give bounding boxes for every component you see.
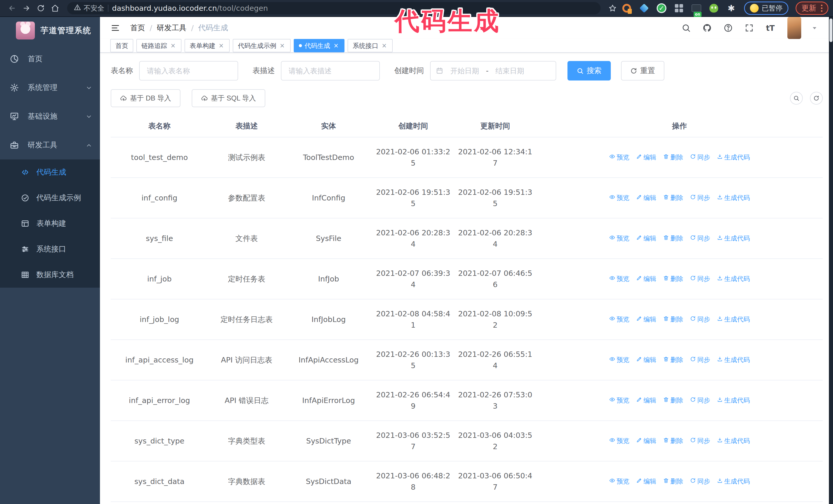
close-icon[interactable]: ×	[333, 42, 339, 49]
sidebar-subitem[interactable]: 表单构建	[0, 211, 100, 236]
import-sql-button[interactable]: 基于 SQL 导入	[192, 89, 265, 107]
action-edit[interactable]: 编辑	[636, 273, 657, 285]
sidebar-subitem[interactable]: 代码生成示例	[0, 185, 100, 211]
table-row[interactable]: inf_config参数配置表InfConfig2021-02-06 19:51…	[111, 178, 823, 218]
action-eye[interactable]: 预览	[609, 476, 629, 487]
sidebar-subitem[interactable]: 代码生成	[0, 160, 100, 185]
action-delete[interactable]: 删除	[663, 314, 683, 325]
action-delete[interactable]: 删除	[663, 233, 683, 244]
table-row[interactable]: inf_api_error_logAPI 错误日志InfApiErrorLog2…	[111, 380, 823, 421]
table-row[interactable]: sys_file文件表SysFile2021-02-06 20:28:34202…	[111, 218, 823, 259]
github-icon[interactable]	[702, 23, 713, 33]
action-sync[interactable]: 同步	[690, 273, 710, 285]
table-row[interactable]: inf_file文件表InfFile2021-03-13 09:43:20202…	[111, 502, 823, 504]
action-download[interactable]: 生成代码	[717, 152, 750, 163]
action-edit[interactable]: 编辑	[636, 152, 657, 163]
sidebar-item[interactable]: 首页	[0, 45, 100, 73]
close-icon[interactable]: ×	[381, 42, 387, 49]
breadcrumb-item[interactable]: 研发工具	[157, 23, 187, 33]
reload-icon[interactable]	[35, 2, 47, 14]
extension-icon[interactable]: on	[691, 3, 702, 14]
action-download[interactable]: 生成代码	[717, 395, 750, 406]
search-icon[interactable]	[681, 23, 691, 33]
table-row[interactable]: inf_job定时任务表InfJob2021-02-07 06:39:34202…	[111, 259, 823, 299]
table-row[interactable]: sys_dict_data字典数据表SysDictData2021-03-06 …	[111, 461, 823, 502]
tab[interactable]: 链路追踪×	[136, 39, 182, 52]
hamburger-icon[interactable]	[110, 22, 121, 33]
tab[interactable]: 表单构建×	[185, 39, 230, 52]
action-download[interactable]: 生成代码	[717, 435, 750, 447]
action-delete[interactable]: 删除	[663, 273, 683, 285]
action-edit[interactable]: 编辑	[636, 476, 657, 487]
sidebar-item[interactable]: 基础设施	[0, 102, 100, 131]
table-row[interactable]: sys_dict_type字典类型表SysDictType2021-03-06 …	[111, 421, 823, 461]
puzzle-extension-icon[interactable]: ✱	[725, 3, 737, 14]
action-eye[interactable]: 预览	[609, 152, 629, 163]
close-icon[interactable]: ×	[279, 42, 286, 49]
sidebar-item[interactable]: 研发工具	[0, 131, 100, 160]
back-icon[interactable]	[6, 2, 18, 14]
app-logo[interactable]: 芋道管理系统	[0, 17, 100, 44]
table-row[interactable]: inf_api_access_logAPI 访问日志表InfApiAccessL…	[111, 340, 823, 380]
action-delete[interactable]: 删除	[663, 354, 683, 365]
action-eye[interactable]: 预览	[609, 395, 629, 406]
sidebar-subitem[interactable]: 数据库文档	[0, 262, 100, 288]
extension-icon[interactable]	[708, 3, 719, 14]
action-sync[interactable]: 同步	[690, 314, 710, 325]
avatar[interactable]	[787, 17, 801, 39]
search-button[interactable]: 搜索	[568, 61, 611, 80]
extension-icon[interactable]	[621, 3, 632, 14]
action-download[interactable]: 生成代码	[717, 476, 750, 487]
action-delete[interactable]: 删除	[663, 192, 683, 203]
table-row[interactable]: tool_test_demo测试示例表ToolTestDemo2021-02-0…	[111, 137, 823, 178]
action-download[interactable]: 生成代码	[717, 233, 750, 244]
action-sync[interactable]: 同步	[690, 435, 710, 447]
action-sync[interactable]: 同步	[690, 152, 710, 163]
action-download[interactable]: 生成代码	[717, 314, 750, 325]
extension-icon[interactable]: ✓	[656, 3, 667, 14]
toggle-search-button[interactable]	[790, 92, 803, 104]
sidebar-subitem[interactable]: 系统接口	[0, 236, 100, 262]
bookmark-star-icon[interactable]	[607, 2, 618, 14]
paused-badge[interactable]: 已暂停	[744, 2, 788, 15]
action-eye[interactable]: 预览	[609, 233, 629, 244]
menu-dots-icon[interactable]	[821, 5, 823, 12]
refresh-table-button[interactable]	[810, 92, 823, 104]
action-eye[interactable]: 预览	[609, 354, 629, 365]
extension-icon[interactable]	[673, 3, 685, 14]
fullscreen-icon[interactable]	[744, 23, 755, 33]
action-edit[interactable]: 编辑	[636, 192, 657, 203]
close-icon[interactable]: ×	[170, 42, 176, 49]
forward-icon[interactable]	[21, 2, 32, 14]
breadcrumb-item[interactable]: 首页	[130, 23, 145, 33]
action-edit[interactable]: 编辑	[636, 233, 657, 244]
action-sync[interactable]: 同步	[690, 395, 710, 406]
action-delete[interactable]: 删除	[663, 435, 683, 447]
import-db-button[interactable]: 基于 DB 导入	[111, 89, 181, 107]
scrollbar[interactable]	[829, 17, 833, 504]
tab[interactable]: 首页	[110, 39, 133, 52]
tab[interactable]: 代码生成×	[294, 39, 344, 52]
action-download[interactable]: 生成代码	[717, 273, 750, 285]
caret-down-icon[interactable]	[811, 25, 818, 31]
table-name-input[interactable]	[139, 61, 238, 80]
reset-button[interactable]: 重置	[621, 61, 664, 80]
extension-icon[interactable]	[639, 3, 650, 14]
table-desc-input[interactable]	[281, 61, 380, 80]
end-date-input[interactable]	[491, 67, 529, 75]
tab[interactable]: 系统接口×	[348, 39, 392, 52]
font-size-icon[interactable]: tT	[765, 23, 776, 33]
date-range-picker[interactable]: -	[430, 61, 556, 80]
action-edit[interactable]: 编辑	[636, 354, 657, 365]
url-bar[interactable]: 不安全 dashboard.yudao.iocoder.cn/tool/code…	[67, 2, 600, 14]
action-download[interactable]: 生成代码	[717, 192, 750, 203]
action-sync[interactable]: 同步	[690, 354, 710, 365]
action-eye[interactable]: 预览	[609, 314, 629, 325]
tab[interactable]: 代码生成示例×	[233, 39, 291, 52]
action-edit[interactable]: 编辑	[636, 435, 657, 447]
action-eye[interactable]: 预览	[609, 273, 629, 285]
action-sync[interactable]: 同步	[690, 233, 710, 244]
action-delete[interactable]: 删除	[663, 152, 683, 163]
security-warning[interactable]: 不安全	[74, 4, 104, 13]
update-button[interactable]: 更新	[795, 2, 828, 15]
